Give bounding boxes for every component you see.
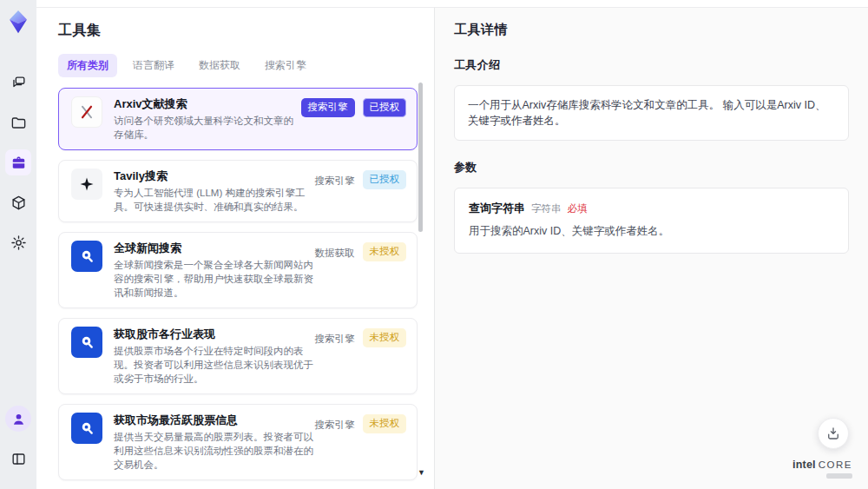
category-tabs: 所有类别 语言翻译 数据获取 搜索引擎 [58,54,434,77]
content-area: 工具集 所有类别 语言翻译 数据获取 搜索引擎 Arxiv文献搜索 访问各个研究… [36,7,868,489]
intel-core-logo: intelcore [792,456,852,479]
tool-name: Tavily搜索 [114,169,315,184]
tab-all-categories[interactable]: 所有类别 [58,54,117,77]
tool-badges: 搜索引擎 已授权 [301,96,407,142]
tool-list-panel: 工具集 所有类别 语言翻译 数据获取 搜索引擎 Arxiv文献搜索 访问各个研究… [36,8,434,489]
param-type: 字符串 [531,202,562,215]
auth-status-badge: 未授权 [363,242,407,261]
category-label: 搜索引擎 [315,328,355,350]
user-icon[interactable] [5,406,31,432]
param-header: 查询字符串 字符串 必填 [469,201,834,216]
scrollbar-thumb[interactable] [418,83,423,232]
tool-card-global-news[interactable]: 全球新闻搜索 全球新闻搜索是一个聚合全球各大新闻网站内容的搜索引擎，帮助用户快速… [58,232,418,308]
tab-data-fetch[interactable]: 数据获取 [190,54,249,77]
folder-icon[interactable] [5,109,31,135]
stock-search-icon [71,327,102,358]
tab-language-translation[interactable]: 语言翻译 [124,54,183,77]
left-rail [0,0,36,489]
param-box: 查询字符串 字符串 必填 用于搜索的Arxiv ID、关键字或作者姓名。 [454,188,849,254]
intro-text-box: 一个用于从Arxiv存储库搜索科学论文和文章的工具。 输入可以是Arxiv ID… [454,85,849,141]
tool-description: 全球新闻搜索是一个聚合全球各大新闻网站内容的搜索引擎，帮助用户快速获取全球最新资… [114,258,315,300]
arxiv-logo-icon [71,96,102,128]
params-heading: 参数 [454,160,849,175]
page-title: 工具集 [58,22,434,40]
tool-card-tavily[interactable]: Tavily搜索 专为人工智能代理 (LLM) 构建的搜索引擎工具。可快速提供实… [58,160,418,222]
stock-search-icon [71,413,102,444]
tool-card-most-active-stocks[interactable]: 获取市场最活跃股票信息 提供当天交易量最高的股票列表。投资者可以利用这些信息来识… [58,404,418,480]
download-icon [825,426,841,441]
panel-toggle-icon[interactable] [5,446,31,472]
toolbox-icon[interactable] [5,149,31,175]
param-description: 用于搜索的Arxiv ID、关键字或作者姓名。 [469,224,834,239]
tab-search-engine[interactable]: 搜索引擎 [256,54,315,77]
tool-badges: 搜索引擎 未授权 [315,413,407,472]
cube-icon[interactable] [5,189,31,215]
tool-name: 全球新闻搜索 [114,241,315,256]
category-label: 数据获取 [315,242,355,264]
tool-description: 提供当天交易量最高的股票列表。投资者可以利用这些信息来识别流动性强的股票和潜在的… [114,430,315,472]
scroll-down-arrow-icon[interactable]: ▼ [418,468,425,477]
chat-icon[interactable] [5,69,31,96]
brand-sub-mark [826,473,852,479]
tool-card-body: 获取市场最活跃股票信息 提供当天交易量最高的股票列表。投资者可以利用这些信息来识… [114,413,315,472]
tool-card-body: Tavily搜索 专为人工智能代理 (LLM) 构建的搜索引擎工具。可快速提供实… [114,169,315,214]
tool-card-body: Arxiv文献搜索 访问各个研究领域大量科学论文和文章的存储库。 [114,96,301,142]
download-button[interactable] [818,418,849,449]
intro-heading: 工具介绍 [454,57,849,73]
param-required-flag: 必填 [568,202,588,215]
tool-name: 获取股市各行业表现 [114,327,315,342]
tool-card-body: 获取股市各行业表现 提供股票市场各个行业在特定时间段内的表现。投资者可以利用这些… [114,327,315,386]
detail-title: 工具详情 [454,22,849,38]
tool-card-body: 全球新闻搜索 全球新闻搜索是一个聚合全球各大新闻网站内容的搜索引擎，帮助用户快速… [114,241,315,300]
auth-status-badge: 已授权 [363,170,407,189]
brand-core-text: core [819,459,852,470]
tool-badges: 搜索引擎 已授权 [315,169,407,214]
tool-list: Arxiv文献搜索 访问各个研究领域大量科学论文和文章的存储库。 搜索引擎 已授… [58,88,418,489]
tool-detail-panel: 工具详情 工具介绍 一个用于从Arxiv存储库搜索科学论文和文章的工具。 输入可… [434,8,868,489]
category-label: 搜索引擎 [315,170,355,192]
app-logo[interactable] [5,9,31,35]
param-name: 查询字符串 [469,201,525,216]
tool-badges: 搜索引擎 未授权 [315,327,407,386]
tool-name: 获取市场最活跃股票信息 [114,413,315,428]
brand-intel-text: intel [792,459,816,471]
settings-gear-icon[interactable] [5,229,31,255]
tool-name: Arxiv文献搜索 [114,96,301,112]
auth-status-badge: 未授权 [363,328,407,347]
tool-card-sector-performance[interactable]: 获取股市各行业表现 提供股票市场各个行业在特定时间段内的表现。投资者可以利用这些… [58,318,418,394]
auth-status-badge: 未授权 [363,414,407,433]
tool-description: 专为人工智能代理 (LLM) 构建的搜索引擎工具。可快速提供实时、准确和真实的结… [114,186,315,214]
tool-description: 提供股票市场各个行业在特定时间段内的表现。投资者可以利用这些信息来识别表现优于或… [114,344,315,386]
tavily-star-icon [71,169,102,200]
tool-badges: 数据获取 未授权 [315,241,407,300]
category-label: 搜索引擎 [315,414,355,436]
auth-status-badge: 已授权 [363,98,407,117]
tool-card-arxiv[interactable]: Arxiv文献搜索 访问各个研究领域大量科学论文和文章的存储库。 搜索引擎 已授… [58,88,418,150]
category-badge: 搜索引擎 [301,98,355,117]
news-search-icon [71,241,102,272]
tool-description: 访问各个研究领域大量科学论文和文章的存储库。 [114,114,301,142]
